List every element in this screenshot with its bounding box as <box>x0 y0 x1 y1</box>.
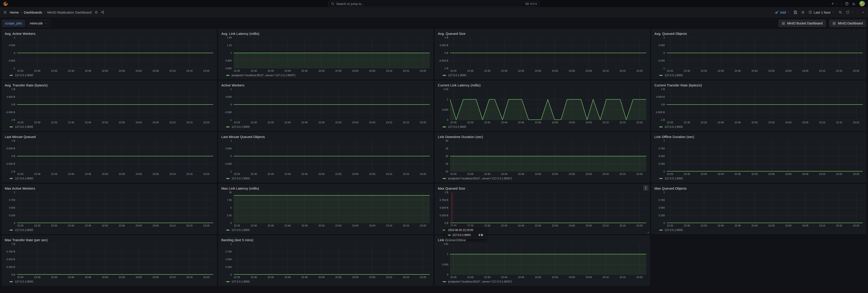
refresh-button[interactable] <box>846 10 854 14</box>
plot-area[interactable] <box>450 38 646 68</box>
legend-item[interactable]: 127.0.0.1:9000 <box>219 176 433 182</box>
plot-area[interactable] <box>667 192 863 223</box>
plot-area[interactable] <box>667 38 863 68</box>
link-minio-dashboard[interactable]: MinIO Dashboard <box>829 20 866 27</box>
panel-header[interactable]: Active Workers <box>219 81 433 87</box>
collapse-chevron-up-icon[interactable] <box>862 11 865 14</box>
legend-item[interactable]: 127.0.0.1:9000 <box>435 73 650 79</box>
plot-area[interactable] <box>17 192 213 223</box>
panel-header[interactable]: Last Minute Queued <box>2 133 216 139</box>
plot-area[interactable] <box>234 141 430 171</box>
panel-header[interactable]: Max Queued Objects <box>652 184 866 191</box>
legend-series-label: 127.0.0.1:9000 <box>665 229 683 232</box>
legend-item[interactable]: 127.0.0.1:9000 <box>2 125 216 131</box>
search-shortcut: ctrl+k <box>525 2 537 5</box>
panel-header[interactable]: Max Link Latency (millis) <box>219 184 433 191</box>
panel-body: 10.5000-0.500-1 22:2522:3022:3522:4022:4… <box>219 87 433 125</box>
panel-header[interactable]: Max Transfer Rate (per sec) <box>2 236 216 242</box>
panel-header[interactable]: Max Queued Size <box>435 184 650 191</box>
link-minio-bucket-dashboard[interactable]: MinIO Bucket Dashboard <box>779 20 826 27</box>
x-axis: 22:2522:3022:3522:4022:4522:5022:5523:00… <box>234 120 430 125</box>
mega-menu-icon[interactable] <box>3 10 7 14</box>
legend-item[interactable]: 127.0.0.1:9000 <box>652 176 866 182</box>
x-tick-label: 22:45 <box>735 173 741 175</box>
plot-area[interactable] <box>17 141 213 171</box>
save-icon[interactable] <box>794 10 797 14</box>
x-tick-label: 22:25 <box>17 121 24 124</box>
plot-area[interactable] <box>450 89 646 120</box>
panel-header[interactable]: Avg. Link Latency (millis) <box>219 29 433 36</box>
legend-item[interactable]: {endpoint="localhost:9010", server="127.… <box>435 280 650 285</box>
help-icon[interactable] <box>845 2 849 6</box>
breadcrumb-home[interactable]: Home <box>10 10 19 14</box>
panel-header[interactable]: Max Active Workers <box>2 184 216 191</box>
variable-label[interactable]: scrape_jobs <box>2 20 25 27</box>
favorite-star-icon[interactable] <box>94 10 98 14</box>
plot-area[interactable] <box>234 192 430 223</box>
panel-header[interactable]: Last Minute Queued Objects <box>219 133 433 139</box>
x-tick-label: 22:55 <box>335 276 342 279</box>
user-avatar[interactable] <box>859 1 865 6</box>
legend-item[interactable]: 127.0.0.1:9000 <box>219 228 433 234</box>
plot-area[interactable] <box>234 38 430 68</box>
panel-header[interactable]: Link Offline Duration (sec) <box>652 133 866 139</box>
y-tick-label: 0.250 <box>659 214 665 217</box>
legend-item[interactable]: 127.0.0.1:9000 <box>219 280 433 285</box>
plot-area[interactable] <box>17 38 213 68</box>
zoom-out-icon[interactable] <box>838 10 842 14</box>
time-range-picker[interactable]: Last 1 hour <box>808 10 835 14</box>
x-tick-label: 23:20 <box>203 69 210 72</box>
y-tick-label: 0 <box>14 52 15 54</box>
search-bar[interactable]: ctrl+k <box>329 1 539 6</box>
panel-header[interactable]: Current Link Latency (millis) <box>435 81 650 87</box>
legend-item[interactable]: {endpoint="localhost:9010", server="127.… <box>435 176 650 182</box>
x-tick-label: 23:15 <box>619 276 626 279</box>
panel-header[interactable]: Backlog (last 5 mins) <box>219 236 433 242</box>
plot-area[interactable] <box>450 192 646 223</box>
plot-area[interactable] <box>234 89 430 120</box>
search-input[interactable] <box>336 2 524 6</box>
legend-item[interactable]: 127.0.0.1:9000 <box>2 228 216 234</box>
legend-item[interactable]: 127.0.0.1:9000 <box>2 280 216 285</box>
panel-header[interactable]: Current Transfer Rate (bytes/s) <box>652 81 866 87</box>
settings-gear-icon[interactable] <box>801 10 805 14</box>
plot-area[interactable] <box>450 141 646 171</box>
legend-item[interactable]: 127.0.0.1:9000 <box>652 228 866 234</box>
add-panel-button[interactable]: Add <box>775 10 790 14</box>
panel-header[interactable]: Avg. Active Workers <box>2 29 216 36</box>
y-tick-label: 0.600 <box>225 67 232 70</box>
plot-area[interactable] <box>234 244 430 275</box>
plot-area[interactable] <box>17 89 213 120</box>
legend-item[interactable]: 127.0.0.1:9000 <box>652 125 866 131</box>
legend-item[interactable]: 127.0.0.1:9000 <box>2 176 216 182</box>
plot-area[interactable] <box>17 244 213 275</box>
news-icon[interactable] <box>852 2 856 6</box>
legend-item[interactable]: 127.0.0.1:9000 <box>219 125 433 131</box>
y-tick-label: 1 B <box>661 88 665 91</box>
plot-area[interactable] <box>450 244 646 275</box>
x-tick-label: 22:45 <box>518 224 524 227</box>
x-tick-label: 22:30 <box>467 173 474 175</box>
panel-header[interactable]: Avg. Transfer Rate (bytes/s) <box>2 81 216 87</box>
legend-item[interactable]: 127.0.0.1:9000 <box>2 73 216 79</box>
legend-series-marker <box>9 127 13 127</box>
panel-resize-handle[interactable] <box>647 231 649 233</box>
legend-item[interactable]: {endpoint="localhost:9010", server="127.… <box>219 73 433 79</box>
plot-area[interactable] <box>667 89 863 120</box>
x-tick-label: 22:40 <box>285 173 291 175</box>
dashboard-links: MinIO Bucket Dashboard MinIO Dashboard <box>779 20 866 27</box>
breadcrumb-dashboards[interactable]: Dashboards <box>24 10 42 14</box>
x-tick-label: 23:05 <box>586 69 592 72</box>
panel-menu-kebab-icon[interactable] <box>643 185 648 191</box>
new-button[interactable] <box>831 2 838 5</box>
x-tick-label: 22:50 <box>535 224 541 227</box>
share-icon[interactable] <box>101 10 104 14</box>
panel-header[interactable]: Link Downtime Duration (sec) <box>435 133 650 139</box>
panel-header[interactable]: Avg. Queued Objects <box>652 29 866 36</box>
legend-item[interactable]: 127.0.0.1:9000 <box>652 73 866 79</box>
plot-area[interactable] <box>667 141 863 171</box>
variable-value-dropdown[interactable]: minio-job <box>27 20 51 27</box>
panel-header[interactable]: Avg. Queued Size <box>435 29 650 36</box>
legend-item[interactable]: 127.0.0.1:9000 <box>435 125 650 131</box>
panel-body: 1 B0.750 B0.500 B0.250 B0 B 22:2522:3022… <box>435 191 650 228</box>
